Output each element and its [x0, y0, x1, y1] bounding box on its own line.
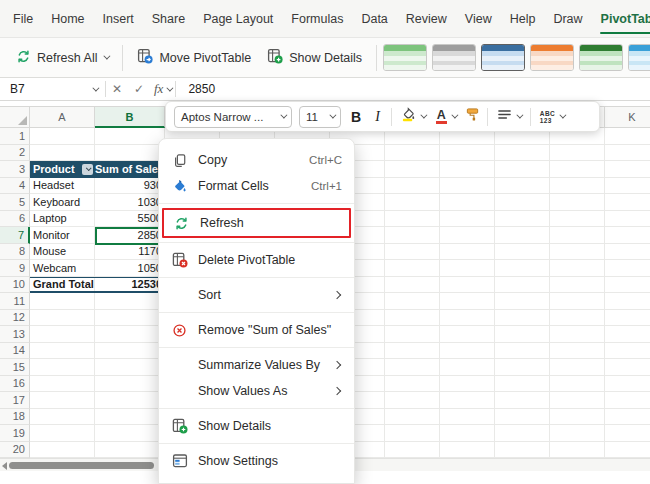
- pivot-style-dark-green[interactable]: [579, 44, 623, 71]
- row-header-18[interactable]: 18: [0, 409, 30, 426]
- row-header-3[interactable]: 3: [0, 161, 30, 178]
- pivot-style-blue[interactable]: [481, 44, 525, 71]
- bold-button[interactable]: B: [348, 109, 364, 125]
- select-all-corner[interactable]: [0, 106, 30, 128]
- alignment-button[interactable]: [495, 107, 523, 126]
- insert-function-button[interactable]: fx: [150, 81, 175, 97]
- tab-view[interactable]: View: [456, 0, 501, 37]
- pivot-product-cell[interactable]: Keyboard: [30, 194, 95, 210]
- menu-item-delete-pivottable[interactable]: Delete PivotTable: [159, 247, 354, 273]
- enter-check-icon[interactable]: ✓: [128, 82, 150, 96]
- tab-home[interactable]: Home: [42, 0, 93, 37]
- tab-share[interactable]: Share: [143, 0, 194, 37]
- pivot-row-monitor[interactable]: Monitor2850: [30, 227, 165, 244]
- row-header-6[interactable]: 6: [0, 211, 30, 228]
- menu-item-show-details[interactable]: Show Details: [159, 413, 354, 439]
- scrollbar-thumb[interactable]: [9, 462, 154, 469]
- menu-item-refresh[interactable]: Refresh: [162, 208, 351, 238]
- row-header-20[interactable]: 20: [0, 442, 30, 459]
- chevron-down-icon: [167, 84, 174, 91]
- row-header-2[interactable]: 2: [0, 145, 30, 162]
- move-pivottable-button[interactable]: Move PivotTable: [129, 43, 259, 73]
- pivot-product-cell[interactable]: Mouse: [30, 244, 95, 260]
- scroll-left-arrow-icon[interactable]: [2, 462, 7, 470]
- column-header-b[interactable]: B: [95, 106, 165, 128]
- tab-data[interactable]: Data: [352, 0, 396, 37]
- row-header-10[interactable]: 10: [0, 277, 30, 294]
- fill-color-button[interactable]: [399, 107, 427, 126]
- tab-review[interactable]: Review: [397, 0, 456, 37]
- pivot-style-light-green[interactable]: [383, 44, 427, 71]
- tab-draw[interactable]: Draw: [544, 0, 591, 37]
- tab-page-layout[interactable]: Page Layout: [194, 0, 282, 37]
- font-size-select[interactable]: 11: [299, 106, 341, 128]
- pivot-product-cell[interactable]: Headset: [30, 178, 95, 194]
- menu-item-sort[interactable]: Sort: [159, 282, 354, 308]
- pivot-product-cell[interactable]: Monitor: [30, 227, 95, 243]
- chevron-down-icon: [92, 84, 99, 91]
- tab-insert[interactable]: Insert: [94, 0, 143, 37]
- pivot-value-cell[interactable]: 930: [95, 178, 165, 194]
- row-header-17[interactable]: 17: [0, 392, 30, 409]
- italic-button[interactable]: I: [371, 109, 384, 125]
- font-name-select[interactable]: Aptos Narrow ...: [174, 106, 292, 128]
- row-header-14[interactable]: 14: [0, 343, 30, 360]
- menu-item-label: Remove "Sum of Sales": [198, 323, 342, 337]
- menu-item-summarize-values-by[interactable]: Summarize Values By: [159, 352, 354, 378]
- font-color-button[interactable]: A: [434, 110, 458, 124]
- pivot-style-gray[interactable]: [432, 44, 476, 71]
- row-header-5[interactable]: 5: [0, 194, 30, 211]
- pivot-value-cell[interactable]: 5500: [95, 211, 165, 227]
- pivot-product-cell[interactable]: Laptop: [30, 211, 95, 227]
- row-header-12[interactable]: 12: [0, 310, 30, 327]
- pivot-row-mouse[interactable]: Mouse1170: [30, 244, 165, 261]
- number-format-button[interactable]: ABC 123: [538, 110, 566, 124]
- menu-item-label: Refresh: [200, 216, 337, 230]
- pivot-value-cell[interactable]: 1050: [95, 260, 165, 276]
- row-header-16[interactable]: 16: [0, 376, 30, 393]
- menu-item-show-settings[interactable]: Show Settings: [159, 448, 354, 474]
- menu-item-copy[interactable]: CopyCtrl+C: [159, 147, 354, 173]
- name-box[interactable]: B7: [0, 78, 105, 100]
- row-header-9[interactable]: 9: [0, 260, 30, 277]
- pivot-style-light-blue[interactable]: [628, 44, 650, 71]
- row-header-8[interactable]: 8: [0, 244, 30, 261]
- menu-item-show-values-as[interactable]: Show Values As: [159, 378, 354, 404]
- pivot-value-header[interactable]: Sum of Sales: [95, 161, 165, 178]
- row-header-1[interactable]: 1: [0, 128, 30, 145]
- tab-file[interactable]: File: [4, 0, 42, 37]
- tab-help[interactable]: Help: [501, 0, 545, 37]
- ribbon-tabs-bar: FileHomeInsertSharePage LayoutFormulasDa…: [0, 0, 650, 38]
- pivot-grand-total-row[interactable]: Grand Total 12530: [30, 277, 165, 294]
- pivot-value-cell[interactable]: 1030: [95, 194, 165, 210]
- pivot-value-cell[interactable]: 2850: [95, 227, 165, 243]
- column-header-a[interactable]: A: [30, 106, 95, 128]
- row-header-11[interactable]: 11: [0, 293, 30, 310]
- refresh-all-button[interactable]: Refresh All: [8, 43, 116, 73]
- pivot-style-orange[interactable]: [530, 44, 574, 71]
- cancel-icon[interactable]: ✕: [106, 82, 128, 96]
- formula-input[interactable]: 2850: [176, 82, 215, 96]
- filter-dropdown-icon[interactable]: [82, 164, 93, 175]
- row-header-19[interactable]: 19: [0, 425, 30, 442]
- row-header-7[interactable]: 7: [0, 227, 30, 244]
- pivot-row-laptop[interactable]: Laptop5500: [30, 211, 165, 228]
- pivot-row-webcam[interactable]: Webcam1050: [30, 260, 165, 277]
- show-details-ribbon-button[interactable]: Show Details: [259, 43, 370, 73]
- row-header-4[interactable]: 4: [0, 178, 30, 195]
- tab-pivottable[interactable]: PivotTable: [592, 0, 650, 37]
- tab-formulas[interactable]: Formulas: [282, 0, 352, 37]
- format-painter-icon[interactable]: [465, 107, 480, 126]
- column-header-k[interactable]: K: [605, 106, 650, 128]
- menu-item-format-cells[interactable]: Format CellsCtrl+1: [159, 173, 354, 199]
- show-details-icon: [171, 418, 188, 434]
- pivot-product-cell[interactable]: Webcam: [30, 260, 95, 276]
- pivot-row-headset[interactable]: Headset930: [30, 178, 165, 195]
- row-header-13[interactable]: 13: [0, 326, 30, 343]
- pivot-value-cell[interactable]: 1170: [95, 244, 165, 260]
- menu-item-remove-sum-of-sales[interactable]: Remove "Sum of Sales": [159, 317, 354, 343]
- pivot-row-keyboard[interactable]: Keyboard1030: [30, 194, 165, 211]
- row-header-15[interactable]: 15: [0, 359, 30, 376]
- gridline: [549, 128, 550, 458]
- pivot-product-header[interactable]: Product: [30, 161, 95, 178]
